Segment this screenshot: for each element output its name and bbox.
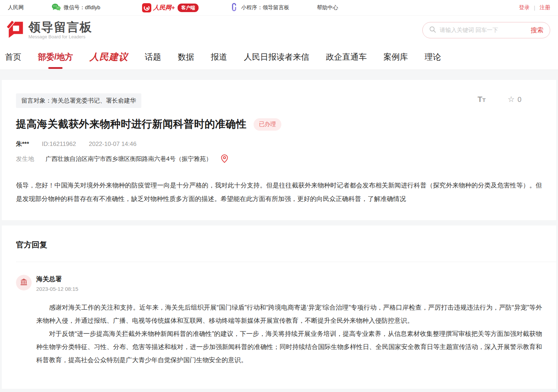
status-badge: 已办理	[254, 118, 281, 131]
peoples-daily-app-item[interactable]: 人民网+ 客户端	[142, 3, 199, 12]
reply-paragraph: 感谢对海关工作的关注和支持。近年来，海关先后组织开展“国门绿盾”行动和“跨境电商…	[36, 301, 542, 327]
nav-item-gov-business-express[interactable]: 政企直通车	[326, 49, 367, 65]
nav-item-home[interactable]: 首页	[5, 49, 21, 65]
reply-paragraph: 对于反馈“进一步提高海关拦截外来物种新闻科普的准确性”的建议，下一步，海关将持续…	[36, 327, 542, 367]
government-building-icon	[20, 278, 28, 288]
search-button[interactable]: 搜索	[531, 26, 543, 34]
message-card: 留言对象：海关总署党委书记、署长俞建华 TT ☆ 0 提高海关截获外来物种时进行…	[2, 80, 556, 220]
message-body: 领导，您好！中国海关对境外外来物种的防疫管理一向是十分严格的，我对此十分支持。但…	[16, 179, 542, 206]
help-center-link[interactable]: 帮助中心	[317, 4, 338, 11]
location-label: 发生地	[16, 155, 34, 163]
message-target-tag: 留言对象：海关总署党委书记、署长俞建华	[16, 93, 141, 108]
nav-item-peoples-suggestions[interactable]: 人民建议	[90, 49, 128, 65]
message-time: 2022-10-07 14:46	[89, 141, 136, 148]
nav-item-data[interactable]: 数据	[178, 49, 194, 65]
auth-separator: |	[534, 5, 535, 11]
top-utility-bar: 人民网 微信号：dfldlyb	[0, 0, 558, 16]
site-logo-text: 领导留言板 Message Board for Leaders	[28, 21, 92, 39]
miniprogram-icon	[230, 3, 238, 12]
peoples-daily-plus-icon	[142, 3, 151, 12]
site-header: 领导留言板 Message Board for Leaders 搜索	[0, 16, 558, 44]
card-gap	[0, 220, 558, 225]
page: 人民网 微信号：dfldlyb	[0, 0, 558, 392]
message-tools: TT ☆ 0	[478, 95, 521, 104]
font-size-icon[interactable]: TT	[478, 95, 486, 104]
peoples-daily-link[interactable]: 人民网	[8, 4, 24, 11]
nav-item-reports[interactable]: 报道	[211, 49, 227, 65]
wechat-item[interactable]: 微信号：dfldlyb	[52, 3, 100, 12]
miniprogram-label: 小程序：领导留言板	[241, 4, 289, 11]
site-logo[interactable]: 领导留言板 Message Board for Leaders	[4, 19, 92, 41]
official-reply-card: 官方回复 海关总署 2023-05-12 08:15	[2, 225, 556, 389]
nav-item-theory[interactable]: 理论	[424, 49, 441, 65]
wechat-label: 微信号：dfldlyb	[64, 4, 100, 11]
official-reply-heading: 官方回复	[16, 240, 542, 250]
favorite-count: 0	[518, 96, 521, 104]
search-box: 搜索	[422, 22, 550, 38]
login-link[interactable]: 登录	[519, 4, 530, 11]
site-logo-icon	[4, 19, 25, 41]
nav-item-case-library[interactable]: 案例库	[383, 49, 408, 65]
agency-avatar	[16, 275, 32, 290]
search-icon	[429, 26, 436, 34]
message-title: 提高海关截获外来物种时进行新闻科普时的准确性	[16, 117, 247, 131]
reply-agency-name: 海关总署	[36, 275, 78, 283]
message-author: 朱***	[16, 140, 29, 148]
favorite-button[interactable]: ☆ 0	[508, 95, 521, 104]
search-input[interactable]	[440, 27, 531, 33]
nav-item-topics[interactable]: 话题	[145, 49, 161, 65]
nav-item-reader-letters[interactable]: 人民日报读者来信	[244, 49, 309, 65]
client-badge: 客户端	[178, 4, 199, 12]
peoples-daily-plus-text: 人民网+	[153, 4, 175, 12]
register-link[interactable]: 注册	[540, 4, 550, 11]
message-id: ID:16211962	[42, 141, 76, 148]
reply-time: 2023-05-12 08:15	[36, 286, 78, 292]
reply-body: 感谢对海关工作的关注和支持。近年来，海关先后组织开展“国门绿盾”行动和“跨境电商…	[36, 301, 542, 367]
bottom-strip	[0, 389, 558, 392]
peoples-daily-plus-logo: 人民网+	[142, 3, 175, 12]
location-pin-icon[interactable]	[221, 154, 228, 163]
auth-links: 登录 | 注册	[519, 4, 550, 11]
star-icon: ☆	[508, 95, 515, 104]
site-subtitle: Message Board for Leaders	[28, 34, 92, 39]
location-text: 广西壮族自治区南宁市西乡塘区衡阳路南六巷4号（振宁雅苑）	[45, 155, 212, 163]
nav-item-ministries-localities[interactable]: 部委/地方	[38, 49, 73, 65]
wechat-icon	[52, 3, 61, 12]
main-nav: 首页 部委/地方 人民建议 话题 数据 报道 人民日报读者来信 政企直通车 案例…	[0, 44, 558, 70]
site-title: 领导留言板	[28, 21, 92, 33]
miniprogram-item[interactable]: 小程序：领导留言板	[230, 3, 289, 12]
background-band	[0, 70, 558, 80]
section-divider	[16, 262, 556, 262]
